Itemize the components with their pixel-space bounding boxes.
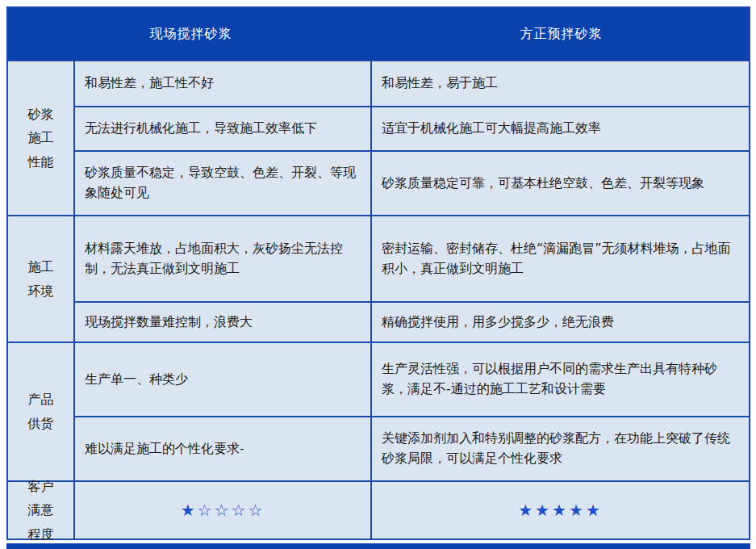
cell-onsite: 砂浆质量不稳定，导致空鼓、色差、开裂、等现象随处可见 [75, 150, 372, 215]
mortar-comparison-table: 现场搅拌砂浆 方正预拌砂浆 砂浆 施工 性能 和易性差，施工性不好 和易性差，易… [6, 6, 750, 540]
cell-onsite: 无法进行机械化施工，导致施工效率低下 [75, 106, 372, 150]
group-construction-environment: 施工 环境 材料露天堆放，占地面积大，灰砂扬尘无法控制，无法真正做到文明施工 密… [8, 215, 749, 342]
group-customer-satisfaction: 客户 满意 程度 ★☆☆☆☆ ★★★★★ [8, 480, 749, 539]
bottom-accent-bar [6, 543, 750, 549]
star-rating-fangzheng: ★★★★★ [372, 482, 749, 539]
cell-fangzheng: 精确搅拌使用，用多少搅多少，绝无浪费 [372, 301, 749, 342]
star-rating-onsite-stars: ★☆☆☆☆ [181, 502, 265, 518]
table-header-row: 现场搅拌砂浆 方正预拌砂浆 [8, 8, 749, 60]
cell-fangzheng: 关键添加剂加入和特别调整的砂浆配方，在功能上突破了传统砂浆局限，可以满足个性化要… [372, 416, 749, 480]
cell-fangzheng: 砂浆质量稳定可靠，可基本杜绝空鼓、色差、开裂等现象 [372, 150, 749, 215]
header-fangzheng-mortar: 方正预拌砂浆 [374, 8, 749, 60]
cell-onsite: 难以满足施工的个性化要求- [75, 416, 372, 480]
cell-onsite: 现场搅拌数量难控制，浪费大 [75, 301, 372, 342]
cell-fangzheng: 密封运输、密封储存、杜绝“滴漏跑冒”无须材料堆场，占地面积小，真正做到文明施工 [372, 216, 749, 301]
cell-onsite: 材料露天堆放，占地面积大，灰砂扬尘无法控制，无法真正做到文明施工 [75, 216, 372, 301]
comparison-table-page: 现场搅拌砂浆 方正预拌砂浆 砂浆 施工 性能 和易性差，施工性不好 和易性差，易… [6, 6, 750, 549]
cell-fangzheng: 适宜于机械化施工可大幅提高施工效率 [372, 106, 749, 150]
group-label-product-supply: 产品 供货 [8, 343, 75, 480]
cell-fangzheng: 生产灵活性强，可以根据用户不同的需求生产出具有特种砂浆，满足不-通过的施工工艺和… [372, 343, 749, 416]
group-mortar-performance: 砂浆 施工 性能 和易性差，施工性不好 和易性差，易于施工 无法进行机械化施工，… [8, 60, 749, 215]
group-label-mortar-performance: 砂浆 施工 性能 [8, 61, 75, 215]
cell-onsite: 生产单一、种类少 [75, 343, 372, 416]
cell-onsite: 和易性差，施工性不好 [75, 61, 372, 106]
group-label-construction-environment: 施工 环境 [8, 216, 75, 342]
group-product-supply: 产品 供货 生产单一、种类少 生产灵活性强，可以根据用户不同的需求生产出具有特种… [8, 342, 749, 480]
header-onsite-mortar: 现场搅拌砂浆 [8, 8, 374, 60]
star-rating-fangzheng-stars: ★★★★★ [518, 502, 603, 518]
cell-fangzheng: 和易性差，易于施工 [372, 61, 749, 106]
group-label-customer-satisfaction: 客户 满意 程度 [8, 482, 75, 539]
star-rating-onsite: ★☆☆☆☆ [75, 482, 372, 539]
